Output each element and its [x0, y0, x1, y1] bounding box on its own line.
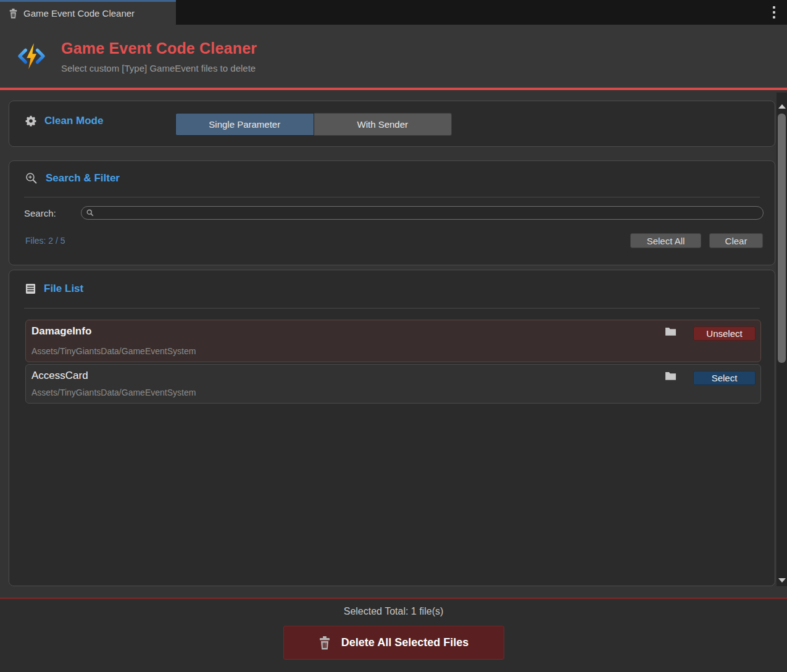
- unselect-button[interactable]: Unselect: [693, 326, 756, 341]
- zoom-in-icon: [25, 172, 38, 185]
- search-input[interactable]: [98, 208, 758, 218]
- window-header: Game Event Code Cleaner Select custom [T…: [0, 25, 787, 88]
- selected-total-text: Selected Total: 1 file(s): [344, 606, 444, 617]
- file-row-damageinfo[interactable]: DamageInfo Assets/TinyGiantsData/GameEve…: [25, 320, 761, 362]
- files-count: Files: 2 / 5: [25, 236, 65, 246]
- tab-game-event-code-cleaner[interactable]: Game Event Code Cleaner: [0, 0, 176, 25]
- search-divider: [24, 197, 760, 197]
- toggle-single-parameter[interactable]: Single Parameter: [175, 113, 314, 136]
- file-list-divider: [24, 308, 760, 309]
- trash-icon: [319, 636, 331, 650]
- vertical-scrollbar[interactable]: [777, 93, 787, 586]
- file-rows: DamageInfo Assets/TinyGiantsData/GameEve…: [25, 320, 761, 404]
- folder-icon[interactable]: [665, 371, 677, 381]
- file-name: DamageInfo: [31, 325, 196, 338]
- gear-icon: [25, 115, 36, 127]
- search-field-label: Search:: [24, 208, 56, 218]
- search-box: [81, 206, 764, 220]
- clean-mode-toggle: Single Parameter With Sender: [175, 113, 452, 136]
- file-row-accesscard[interactable]: AccessCard Assets/TinyGiantsData/GameEve…: [25, 364, 761, 404]
- delete-button-label: Delete All Selected Files: [341, 636, 468, 649]
- tab-label: Game Event Code Cleaner: [23, 8, 135, 19]
- clear-button[interactable]: Clear: [709, 233, 763, 248]
- search-filter-section-title: Search & Filter: [46, 172, 120, 185]
- page-subtitle: Select custom [Type] GameEvent files to …: [61, 63, 257, 73]
- list-icon: [25, 283, 36, 294]
- footer: Selected Total: 1 file(s) Delete All Sel…: [0, 597, 787, 672]
- select-all-button[interactable]: Select All: [630, 233, 701, 248]
- code-lightning-icon: [17, 42, 46, 70]
- file-path: Assets/TinyGiantsData/GameEventSystem: [31, 388, 196, 397]
- folder-icon[interactable]: [665, 326, 677, 336]
- scroll-down-arrow-icon[interactable]: [777, 575, 787, 585]
- scroll-up-arrow-icon[interactable]: [777, 101, 787, 111]
- search-icon: [86, 209, 94, 217]
- file-list-section-title: File List: [44, 283, 83, 295]
- trash-icon: [9, 9, 18, 19]
- kebab-menu-icon[interactable]: [770, 6, 778, 19]
- delete-all-selected-files-button[interactable]: Delete All Selected Files: [283, 626, 504, 660]
- content-scroll-area: Clean Mode Single Parameter With Sender: [0, 90, 787, 597]
- scrollbar-thumb[interactable]: [778, 114, 786, 363]
- file-name: AccessCard: [31, 370, 196, 382]
- clean-mode-section-title: Clean Mode: [44, 115, 103, 127]
- tab-bar: Game Event Code Cleaner: [0, 0, 787, 25]
- select-button[interactable]: Select: [693, 371, 756, 385]
- clean-mode-panel: Clean Mode Single Parameter With Sender: [9, 101, 775, 147]
- page-title: Game Event Code Cleaner: [61, 39, 257, 57]
- toggle-with-sender[interactable]: With Sender: [314, 113, 452, 136]
- file-path: Assets/TinyGiantsData/GameEventSystem: [31, 346, 196, 356]
- search-filter-panel: Search & Filter Search: Files: 2 / 5 Sel…: [9, 160, 775, 265]
- file-list-panel: File List DamageInfo Assets/TinyGiantsDa…: [9, 270, 775, 586]
- game-event-code-cleaner-window: Game Event Code Cleaner: [0, 0, 787, 672]
